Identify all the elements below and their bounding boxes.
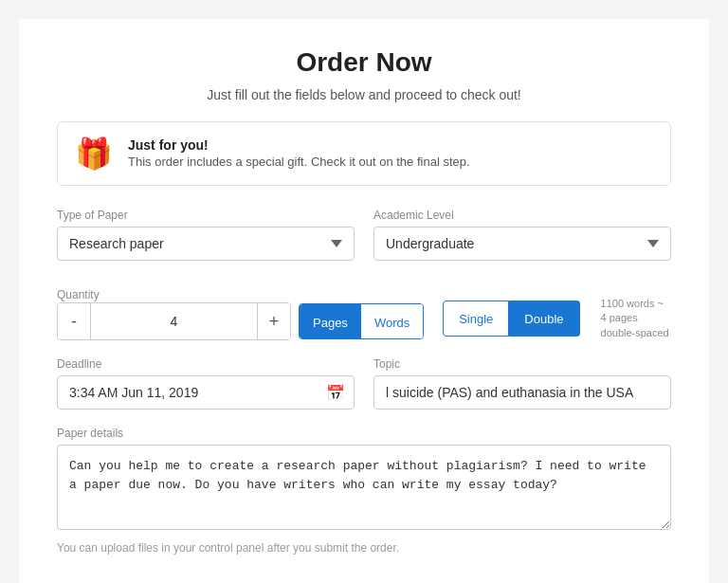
academic-level-select[interactable]: High school Undergraduate Graduate PhD xyxy=(373,227,671,261)
spacing-group: Single Double 1100 words ~ 4 pages doubl… xyxy=(443,278,671,340)
pages-button[interactable]: Pages xyxy=(300,304,361,339)
gift-description: This order includes a special gift. Chec… xyxy=(128,155,470,169)
topic-group: Topic xyxy=(373,357,671,410)
quantity-group: Quantity - + Pages Words xyxy=(57,285,424,340)
quantity-input[interactable] xyxy=(90,303,258,339)
quantity-controls: - + xyxy=(57,302,291,340)
quantity-decrease-button[interactable]: - xyxy=(58,303,90,339)
paper-details-label: Paper details xyxy=(57,427,671,440)
quantity-increase-button[interactable]: + xyxy=(258,303,290,339)
paper-details-group: Paper details Can you help me to create … xyxy=(57,427,671,530)
deadline-input[interactable] xyxy=(57,375,355,410)
gift-text: Just for you! This order includes a spec… xyxy=(128,137,470,170)
type-of-paper-group: Type of Paper Research paper Essay Term … xyxy=(57,209,355,261)
academic-level-label: Academic Level xyxy=(373,209,671,222)
words-button[interactable]: Words xyxy=(361,304,423,339)
calendar-icon[interactable]: 📅 xyxy=(326,384,345,402)
deadline-input-wrap: 📅 xyxy=(57,375,355,410)
type-of-paper-select[interactable]: Research paper Essay Term paper Thesis D… xyxy=(57,227,355,261)
order-form-container: Order Now Just fill out the fields below… xyxy=(19,19,709,583)
type-level-row: Type of Paper Research paper Essay Term … xyxy=(57,209,671,261)
deadline-topic-row: Deadline 📅 Topic xyxy=(57,357,671,410)
deadline-group: Deadline 📅 xyxy=(57,357,355,410)
deadline-label: Deadline xyxy=(57,357,355,371)
topic-label: Topic xyxy=(373,357,671,371)
topic-input[interactable] xyxy=(373,375,671,410)
gift-icon: 🎁 xyxy=(75,136,113,172)
spacing-hint-line2: double-spaced xyxy=(601,327,669,338)
spacing-hint-line1: 1100 words ~ 4 pages xyxy=(601,298,664,323)
gift-title: Just for you! xyxy=(128,137,470,153)
academic-level-group: Academic Level High school Undergraduate… xyxy=(373,209,671,261)
quantity-spacing-row: Quantity - + Pages Words Single Double xyxy=(57,278,671,340)
quantity-label: Quantity xyxy=(57,288,100,301)
gift-banner: 🎁 Just for you! This order includes a sp… xyxy=(57,121,671,186)
type-of-paper-label: Type of Paper xyxy=(57,209,355,222)
double-spacing-button[interactable]: Double xyxy=(509,301,579,337)
page-subtitle: Just fill out the fields below and proce… xyxy=(57,87,671,102)
spacing-hint: 1100 words ~ 4 pages double-spaced xyxy=(601,297,671,340)
paper-details-textarea[interactable]: Can you help me to create a research pap… xyxy=(57,445,671,530)
page-title: Order Now xyxy=(57,47,671,78)
single-spacing-button[interactable]: Single xyxy=(443,301,509,337)
upload-note: You can upload files in your control pan… xyxy=(57,541,671,555)
spacing-controls: Single Double xyxy=(443,301,579,337)
pages-words-toggle: Pages Words xyxy=(299,303,424,339)
